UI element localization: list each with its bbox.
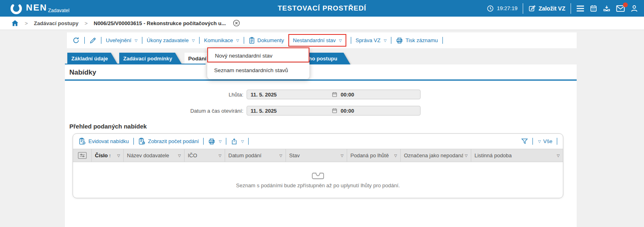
toolbar-separator — [391, 37, 391, 44]
offers-section-title: Přehled podaných nabídek — [69, 123, 147, 130]
tab-zakladni-udaje[interactable]: Základní údaje — [67, 53, 118, 64]
column-header-cislo[interactable]: Číslo ↑ ▽ — [92, 149, 124, 162]
toolbar-button-dokumenty[interactable]: Dokumenty — [249, 37, 284, 44]
column-header-oznacena-jako-nepodana[interactable]: Označena jako nepodaná ▽ — [401, 149, 471, 162]
breadcrumb: > Zadávací postupy > N006/25/V00003615 -… — [0, 17, 644, 30]
chevron-down-icon: ▽ — [236, 39, 239, 43]
column-filter-icon[interactable]: ▽ — [117, 154, 120, 158]
toolbar-menu-ukony-zadavatele[interactable]: Úkony zadavatele ▽ — [147, 37, 195, 43]
breadcrumb-chevron: > — [84, 20, 88, 26]
column-filter-icon[interactable]: ▽ — [279, 154, 282, 158]
oteviranie-time-value: 00:00 — [341, 108, 354, 114]
chevron-down-icon: ▽ — [241, 139, 244, 143]
oteviranie-field[interactable]: 11. 5. 2025 00:00 — [247, 106, 421, 116]
toolbar-menu-komunikace[interactable]: Komunikace ▽ — [204, 37, 239, 43]
column-filter-icon[interactable]: ▽ — [394, 154, 397, 158]
printer-icon — [396, 37, 403, 44]
toolbar-separator — [226, 138, 226, 145]
empty-state: Seznam s podáními bude zpřístupněn až po… — [73, 162, 563, 198]
column-settings-icon — [78, 152, 87, 159]
toolbar-separator — [142, 37, 142, 44]
toolbar-button-tisk-zaznamu[interactable]: Tisk záznamu — [396, 37, 438, 44]
column-header-ico[interactable]: IČO ▽ — [185, 149, 225, 162]
menu-item-novy-nestandardni-stav[interactable]: Nový nestandardní stav — [207, 47, 309, 62]
printer-icon — [208, 138, 215, 145]
messages-button[interactable] — [616, 5, 625, 12]
calendar-small-icon — [332, 92, 337, 97]
oteviranie-label: Datum a čas otevírání: — [126, 108, 243, 114]
user-profile-button[interactable] — [630, 4, 638, 13]
chevron-down-icon: ▽ — [384, 39, 386, 43]
filter-icon[interactable] — [521, 138, 528, 145]
sort-asc-icon: ↑ — [109, 152, 112, 158]
menu-item-seznam-nestandardnich-stavu[interactable]: Seznam nestandardních stavů — [207, 62, 309, 77]
top-bar: NEN Zadavatel TESTOVACÍ PROSTŘEDÍ 19:27:… — [0, 0, 644, 17]
evidovat-nabidku-button[interactable]: Evidovat nabídku — [79, 137, 129, 145]
export-button[interactable]: ▽ — [231, 138, 244, 145]
lhuta-time-value: 00:00 — [341, 92, 354, 98]
clipboard-gear-icon — [79, 137, 86, 145]
chevron-down-icon: ▽ — [219, 139, 221, 143]
chevron-down-icon: ▽ — [339, 39, 342, 43]
offers-panel: Evidovat nabídku Zobrazit počet podání — [73, 133, 563, 198]
toolbar-separator — [248, 138, 249, 145]
lhuta-field[interactable]: 11. 5. 2025 00:00 — [247, 90, 421, 99]
toolbar-menu-uverejneni[interactable]: Uveřejnění ▽ — [106, 37, 137, 43]
column-header-podana-po-lhute[interactable]: Podaná po lhůtě ▽ — [347, 149, 401, 162]
toolbar-menu-sprava-vz[interactable]: Správa VZ ▽ — [356, 37, 386, 43]
toolbar-separator — [244, 37, 244, 44]
offers-table-header: Číslo ↑ ▽ Název dodavatele ▽ IČO ▽ Datum… — [73, 149, 563, 162]
column-filter-icon[interactable]: ▽ — [341, 154, 343, 158]
offers-toolbar: Evidovat nabídku Zobrazit počet podání — [73, 134, 563, 149]
print-list-button[interactable]: ▽ — [208, 138, 221, 145]
server-time: 19:27:19 — [487, 5, 517, 12]
breadcrumb-chevron: > — [25, 20, 28, 26]
calendar-small-icon — [332, 108, 337, 114]
create-vz-button[interactable]: Založit VZ — [528, 5, 565, 12]
column-filter-icon[interactable]: ▽ — [219, 154, 221, 158]
unread-badge — [623, 2, 628, 7]
lhuta-date-value: 11. 5. 2025 — [247, 92, 332, 98]
topbar-separator — [523, 3, 523, 14]
section-underline — [65, 79, 577, 81]
downloads-button[interactable] — [603, 4, 611, 13]
toolbar-separator — [557, 138, 557, 145]
edit-button[interactable] — [89, 37, 97, 44]
column-settings-button[interactable] — [73, 149, 92, 162]
toolbar-separator — [101, 37, 101, 44]
document-icon — [249, 37, 255, 44]
breadcrumb-item-zadavaci-postupy[interactable]: Zadávací postupy — [34, 20, 79, 26]
export-icon — [231, 138, 238, 145]
person-icon — [630, 4, 638, 13]
toolbar-separator — [133, 138, 134, 145]
tab-zadavaci-podminky[interactable]: Zadávací podmínky — [119, 53, 182, 64]
empty-state-message: Seznam s podáními bude zpřístupněn až po… — [236, 182, 400, 188]
column-filter-icon[interactable]: ▽ — [178, 154, 181, 158]
column-filter-icon[interactable]: ▽ — [465, 154, 468, 158]
toolbar-separator — [442, 37, 443, 44]
clipboard-count-icon — [138, 137, 146, 145]
close-record-icon[interactable] — [233, 19, 240, 27]
column-header-nazev-dodavatele[interactable]: Název dodavatele ▽ — [124, 149, 185, 162]
column-header-datum-podani[interactable]: Datum podání ▽ — [225, 149, 286, 162]
download-tray-icon — [603, 4, 611, 13]
calendar-icon — [590, 4, 597, 12]
record-toolbar: Uveřejnění ▽ Úkony zadavatele ▽ Komunika… — [67, 32, 577, 48]
page-title: Nabídky — [69, 69, 96, 77]
column-header-stav[interactable]: Stav ▽ — [286, 149, 347, 162]
nestandardni-stav-menu: Nový nestandardní stav Seznam nestandard… — [207, 47, 309, 79]
clock-icon — [487, 5, 494, 12]
topbar-separator — [571, 3, 571, 14]
toolbar-separator — [84, 37, 85, 44]
toolbar-separator — [351, 37, 351, 44]
refresh-button[interactable] — [72, 36, 80, 44]
zobrazit-pocet-podani-button[interactable]: Zobrazit počet podání — [138, 137, 199, 145]
toolbar-menu-nestandardni-stav[interactable]: Nestandardní stav ▽ — [288, 34, 346, 47]
column-header-listinna-podoba[interactable]: Listinná podoba ▽ — [471, 149, 563, 162]
breadcrumb-item-record: N006/25/V00003615 - Rekonstrukce počítač… — [94, 20, 226, 26]
calendar-button[interactable] — [590, 4, 597, 12]
main-menu-button[interactable] — [576, 5, 584, 12]
home-icon[interactable] — [11, 20, 19, 26]
column-filter-icon[interactable]: ▽ — [557, 154, 560, 158]
filter-all-button[interactable]: ▽ Vše — [537, 138, 552, 144]
